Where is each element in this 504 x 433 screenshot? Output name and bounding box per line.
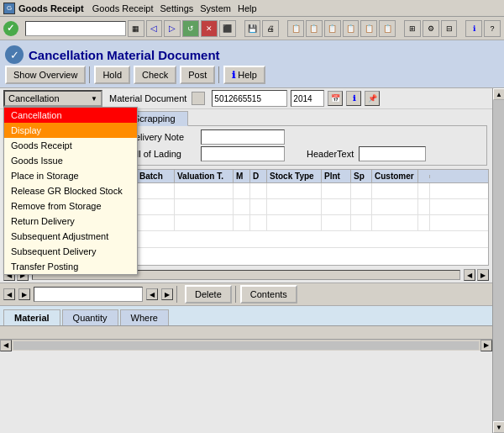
stop-btn[interactable]: ✕	[201, 20, 218, 37]
bottom-nav2[interactable]: ▶	[18, 288, 30, 300]
doc-number-input[interactable]	[212, 90, 287, 107]
dropdown-option-goods-receipt[interactable]: Goods Receipt	[4, 138, 137, 153]
dropdown-option-return-delivery[interactable]: Return Delivery	[4, 214, 137, 229]
bottom-scroll-right[interactable]: ▶	[480, 340, 492, 351]
col-header-sp: Sp	[351, 170, 372, 182]
shortcut3-btn[interactable]: 📋	[324, 20, 341, 37]
dropdown-option-place-storage[interactable]: Place in Storage	[4, 168, 137, 183]
checkmark-icon: ✓	[3, 21, 18, 36]
col-header-d: D	[250, 170, 267, 182]
header-text-input[interactable]	[359, 146, 426, 161]
col-header-batch: Batch	[137, 170, 175, 182]
show-overview-button[interactable]: Show Overview	[5, 66, 86, 84]
delivery-note-input[interactable]	[201, 129, 285, 145]
bottom-nav4[interactable]: ▶	[161, 288, 173, 300]
doc-type-icon	[192, 92, 205, 105]
settings-btn[interactable]: ⚙	[423, 20, 439, 37]
dropdown-option-display[interactable]: Display	[4, 123, 137, 138]
shortcut6-btn[interactable]: 📋	[379, 20, 396, 37]
bill-of-lading-input[interactable]	[201, 146, 285, 161]
shortcut5-btn[interactable]: 📋	[360, 20, 377, 37]
scroll-up-btn[interactable]: ▲	[493, 88, 504, 100]
refresh-btn[interactable]: ↺	[182, 20, 199, 37]
row3-cust	[372, 215, 418, 230]
layout-btn[interactable]: ⊟	[441, 20, 458, 37]
tab-where[interactable]: Where	[120, 309, 169, 325]
row2-cust	[372, 199, 418, 214]
menu-goods-receipt[interactable]: Goods Receipt	[89, 2, 157, 15]
col-header-val: Valuation T.	[175, 170, 234, 182]
toolbar-search-input[interactable]	[25, 21, 126, 36]
menu-help[interactable]: Help	[234, 2, 260, 15]
h-scroll-right[interactable]: ▶	[477, 269, 489, 281]
bottom-nav3[interactable]: ◀	[146, 288, 158, 300]
info-btn[interactable]: ℹ	[465, 20, 482, 37]
shortcut4-btn[interactable]: 📋	[343, 20, 360, 37]
shortcut2-btn[interactable]: 📋	[306, 20, 323, 37]
dropdown-option-goods-issue[interactable]: Goods Issue	[4, 153, 137, 168]
menu-system[interactable]: System	[197, 2, 234, 15]
row2-stock	[267, 199, 322, 214]
row3-d	[250, 215, 267, 230]
check-button[interactable]: Check	[134, 66, 176, 84]
bottom-scroll-left[interactable]: ◀	[0, 340, 12, 351]
shortcut1-btn[interactable]: 📋	[287, 20, 304, 37]
hold-button[interactable]: Hold	[94, 66, 130, 84]
row3-val	[175, 215, 234, 230]
row2-sp	[351, 199, 372, 214]
calendar-icon-btn[interactable]: 📅	[328, 91, 343, 106]
bottom-scroll-track[interactable]	[13, 341, 479, 350]
row1-m	[234, 183, 250, 198]
dropdown-arrow-icon: ▼	[91, 95, 97, 103]
row3-sp	[351, 215, 372, 230]
dropdown-option-remove-storage[interactable]: Remove from Storage	[4, 198, 137, 214]
tab-quantity[interactable]: Quantity	[62, 309, 118, 325]
row1-cust	[372, 183, 418, 198]
row1-plnt	[322, 183, 351, 198]
help2-btn[interactable]: ?	[484, 20, 501, 37]
scroll-track[interactable]	[493, 100, 504, 421]
row1-d	[250, 183, 267, 198]
h-scroll-left[interactable]: ◀	[464, 269, 475, 281]
print-btn[interactable]: 🖨	[262, 20, 279, 37]
document-type-dropdown[interactable]: Cancellation ▼ Cancellation Display Good…	[3, 90, 102, 107]
bookmark-btn[interactable]: ⊞	[404, 20, 421, 37]
help-icon: ℹ	[232, 70, 235, 81]
row1-stock	[267, 183, 322, 198]
help-button[interactable]: ℹ Help	[223, 66, 265, 84]
pin-icon-btn[interactable]: 📌	[365, 91, 380, 106]
col-header-stock: Stock Type	[267, 170, 322, 182]
post-button[interactable]: Post	[180, 66, 215, 84]
info-icon-btn[interactable]: ℹ	[346, 91, 361, 106]
bottom-nav1[interactable]: ◀	[3, 288, 15, 300]
row1-sp	[351, 183, 372, 198]
search-btn[interactable]: ▦	[128, 20, 144, 37]
dropdown-option-subsequent-del[interactable]: Subsequent Delivery	[4, 244, 137, 259]
tab-material[interactable]: Material	[3, 309, 60, 326]
delete-button[interactable]: Delete	[185, 285, 232, 304]
row2-d	[250, 199, 267, 214]
doc-type-label: Material Document	[109, 93, 186, 103]
dropdown-option-subsequent-adj[interactable]: Subsequent Adjustment	[4, 229, 137, 244]
col-header-plnt: Plnt	[322, 170, 351, 182]
row1-batch	[137, 183, 175, 198]
status-bar	[0, 325, 492, 339]
bottom-search-input[interactable]	[34, 287, 143, 302]
dropdown-option-transfer-posting[interactable]: Transfer Posting	[4, 259, 137, 274]
save-btn[interactable]: 💾	[244, 20, 261, 37]
cmd1-btn[interactable]: ⬛	[219, 20, 236, 37]
row3-stock	[267, 215, 322, 230]
menu-settings[interactable]: Settings	[157, 2, 197, 15]
dropdown-option-release-gr[interactable]: Release GR Blocked Stock	[4, 183, 137, 198]
col-header-cust: Customer	[372, 170, 418, 182]
row2-plnt	[322, 199, 351, 214]
dropdown-option-cancellation[interactable]: Cancellation	[4, 108, 137, 123]
window-title: Goods Receipt	[18, 3, 84, 13]
contents-button[interactable]: Contents	[240, 285, 297, 304]
col-header-extra	[418, 175, 430, 178]
doc-year-input[interactable]	[291, 90, 324, 107]
nav-back-btn[interactable]: ◁	[146, 20, 163, 37]
main-toolbar: ✓ ▦ ◁ ▷ ↺ ✕ ⬛ 💾 🖨 📋 📋 📋 📋 📋 📋 ⊞ ⚙ ⊟ ℹ ?	[0, 17, 504, 40]
nav-fwd-btn[interactable]: ▷	[164, 20, 181, 37]
scroll-down-btn[interactable]: ▼	[493, 421, 504, 433]
